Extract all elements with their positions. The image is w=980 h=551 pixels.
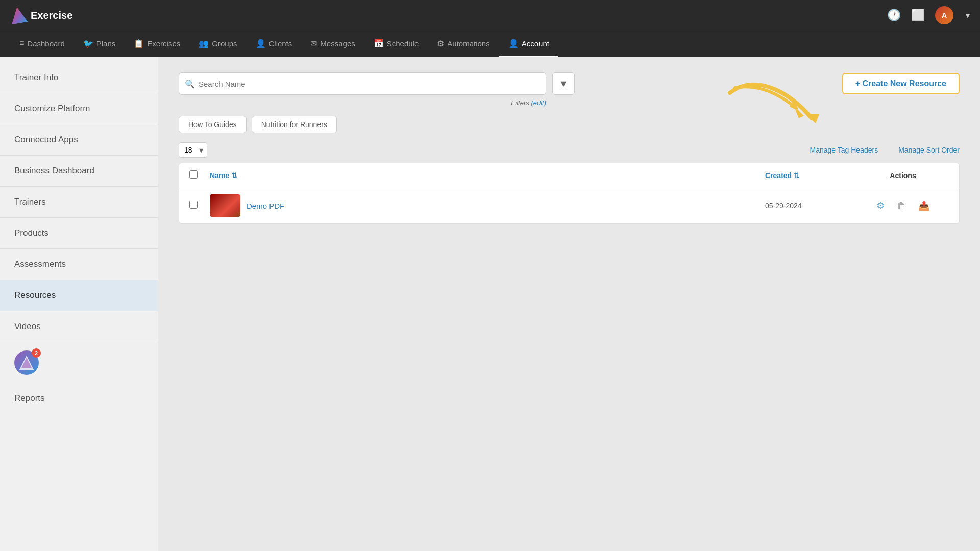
sidebar-item-resources[interactable]: Resources — [0, 280, 158, 311]
table-col-created[interactable]: Created ⇅ — [765, 171, 857, 180]
nav-item-messages[interactable]: ✉ Messages — [301, 31, 364, 57]
filters-edit-link[interactable]: (edit) — [531, 99, 546, 107]
name-sort-icon: ⇅ — [231, 171, 237, 180]
nav-label-schedule: Schedule — [387, 39, 419, 48]
table-col-actions: Actions — [857, 171, 949, 180]
sidebar-item-reports[interactable]: Reports — [0, 383, 158, 414]
nav-item-dashboard[interactable]: ≡ Dashboard — [10, 31, 74, 57]
exercises-icon: 📋 — [134, 39, 144, 48]
groups-icon: 👥 — [199, 39, 209, 48]
per-page-select[interactable]: 18 25 50 — [179, 142, 207, 158]
manage-tag-headers-link[interactable]: Manage Tag Headers — [810, 146, 878, 154]
tags-row: How To Guides Nutrition for Runners — [179, 116, 960, 133]
search-input-wrap: 🔍 — [179, 72, 546, 95]
sidebar-item-products[interactable]: Products — [0, 218, 158, 249]
dashboard-icon: ≡ — [19, 39, 24, 48]
table-header-checkbox — [189, 170, 210, 181]
search-input[interactable] — [179, 72, 546, 95]
nav-label-dashboard: Dashboard — [27, 39, 64, 48]
sidebar-item-trainer-info[interactable]: Trainer Info — [0, 62, 158, 93]
share-icon[interactable]: 📤 — [918, 200, 929, 211]
table-header: Name ⇅ Created ⇅ Actions — [179, 163, 959, 188]
row-actions-cell: ⚙ 🗑 📤 — [857, 200, 949, 211]
automations-icon: ⚙ — [437, 39, 444, 48]
avatar-dropdown-icon[interactable]: ▾ — [966, 11, 970, 20]
main-layout: Trainer Info Customize Platform Connecte… — [0, 57, 980, 551]
logo-icon — [9, 6, 28, 24]
app-name: Exercise — [31, 10, 72, 21]
sidebar-item-connected-apps[interactable]: Connected Apps — [0, 124, 158, 156]
account-icon: 👤 — [508, 39, 519, 48]
nav-label-automations: Automations — [447, 39, 489, 48]
clients-icon: 👤 — [256, 39, 266, 48]
select-all-checkbox[interactable] — [189, 170, 198, 179]
nav-label-exercises: Exercises — [147, 39, 180, 48]
resource-table: Name ⇅ Created ⇅ Actions — [179, 163, 960, 224]
delete-icon[interactable]: 🗑 — [897, 201, 906, 211]
search-row: 🔍 ▼ + Create New Resource — [179, 72, 960, 95]
resource-name-link[interactable]: Demo PDF — [247, 202, 284, 210]
schedule-icon: 📅 — [374, 39, 384, 48]
timer-icon[interactable]: 🕐 — [887, 9, 901, 22]
nav-label-groups: Groups — [212, 39, 237, 48]
manage-sort-order-link[interactable]: Manage Sort Order — [898, 146, 960, 154]
sidebar: Trainer Info Customize Platform Connecte… — [0, 57, 158, 551]
nav-label-plans: Plans — [96, 39, 116, 48]
tag-how-to-guides[interactable]: How To Guides — [179, 116, 247, 133]
settings-icon[interactable]: ⚙ — [876, 200, 885, 211]
nav-item-exercises[interactable]: 📋 Exercises — [125, 31, 189, 57]
resource-thumb-inner — [210, 194, 240, 217]
nav-label-account: Account — [522, 39, 549, 48]
nav-label-messages: Messages — [320, 39, 355, 48]
sidebar-item-videos[interactable]: Videos — [0, 311, 158, 342]
logo-area: Exercise — [10, 7, 72, 23]
notification-badge: 2 — [32, 348, 41, 358]
sidebar-item-customize-platform[interactable]: Customize Platform — [0, 93, 158, 124]
filters-line: Filters (edit) — [179, 99, 546, 107]
create-new-resource-button[interactable]: + Create New Resource — [842, 73, 960, 94]
sidebar-item-trainers[interactable]: Trainers — [0, 187, 158, 218]
filter-button[interactable]: ▼ — [552, 72, 575, 95]
search-icon: 🔍 — [185, 79, 195, 89]
nav-item-plans[interactable]: 🐦 Plans — [74, 31, 125, 57]
manage-links: Manage Tag Headers Manage Sort Order — [810, 146, 960, 154]
controls-row: 18 25 50 Manage Tag Headers Manage Sort … — [179, 142, 960, 158]
resource-thumbnail — [210, 194, 240, 217]
nav-item-automations[interactable]: ⚙ Automations — [428, 31, 499, 57]
nav-item-groups[interactable]: 👥 Groups — [189, 31, 246, 57]
sidebar-item-assessments[interactable]: Assessments — [0, 249, 158, 280]
created-sort-icon: ⇅ — [794, 171, 800, 180]
table-row: Demo PDF 05-29-2024 ⚙ 🗑 📤 — [179, 188, 959, 223]
nav-bar: ≡ Dashboard 🐦 Plans 📋 Exercises 👥 Groups… — [0, 31, 980, 57]
per-page-wrap: 18 25 50 — [179, 142, 207, 158]
avatar[interactable]: A — [935, 6, 953, 24]
sidebar-item-business-dashboard[interactable]: Business Dashboard — [0, 156, 158, 187]
filters-label: Filters — [511, 99, 529, 107]
nav-item-account[interactable]: 👤 Account — [499, 31, 558, 57]
top-bar-right: 🕐 ⬜ A ▾ — [887, 6, 970, 24]
nav-item-schedule[interactable]: 📅 Schedule — [364, 31, 428, 57]
nav-item-clients[interactable]: 👤 Clients — [247, 31, 302, 57]
content-area: 🔍 ▼ + Create New Resource Filters (edit)… — [158, 57, 980, 551]
sidebar-avatar[interactable]: 2 — [14, 350, 39, 375]
row-checkbox-wrap — [189, 201, 210, 211]
window-icon[interactable]: ⬜ — [911, 9, 925, 22]
top-bar: Exercise 🕐 ⬜ A ▾ — [0, 0, 980, 31]
row-checkbox[interactable] — [189, 201, 198, 209]
table-col-name[interactable]: Name ⇅ — [210, 171, 765, 180]
row-name-cell: Demo PDF — [210, 194, 765, 217]
plans-icon: 🐦 — [83, 39, 93, 48]
nav-label-clients: Clients — [269, 39, 292, 48]
filter-icon: ▼ — [559, 79, 568, 89]
row-created-cell: 05-29-2024 — [765, 202, 857, 210]
sidebar-avatar-area: 2 — [0, 342, 158, 383]
tag-nutrition-for-runners[interactable]: Nutrition for Runners — [252, 116, 337, 133]
messages-icon: ✉ — [310, 39, 317, 48]
